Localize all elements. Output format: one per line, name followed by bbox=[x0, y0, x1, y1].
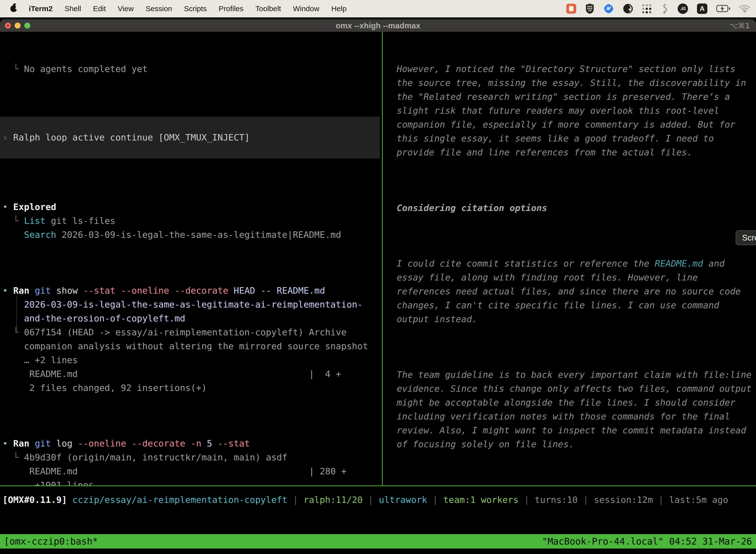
input-source-icon[interactable]: A bbox=[697, 3, 707, 14]
minimize-button[interactable] bbox=[15, 22, 20, 29]
terminal-line: 2026-03-09-is-legal-the-same-as-legitima… bbox=[0, 297, 382, 312]
terminal-line: and-the-erosion-of-copyleft.md bbox=[0, 312, 382, 325]
menu-item-toolbelt[interactable]: Toolbelt bbox=[255, 4, 281, 13]
omx-status-line: [OMX#0.11.9] cczip/essay/ai-reimplementa… bbox=[0, 486, 756, 534]
ralph-loop-banner: › Ralph loop active continue [OMX_TMUX_I… bbox=[0, 117, 380, 159]
terminal-pane-right[interactable]: However, I noticed the "Directory Struct… bbox=[383, 32, 756, 486]
screen-recording-icon[interactable] bbox=[566, 4, 576, 14]
git-log-section: • Ran git log --oneline --decorate -n 5 … bbox=[0, 437, 382, 486]
menu-items: iTerm2ShellEditViewSessionScriptsProfile… bbox=[29, 4, 346, 13]
terminal-line: … +1901 lines bbox=[0, 478, 382, 486]
terminal-line: Considering citation options bbox=[383, 201, 756, 215]
menu-item-shell[interactable]: Shell bbox=[64, 4, 81, 13]
terminal-line: companion analysis without altering the … bbox=[0, 339, 382, 353]
terminal-line: might be acceptable alongside the file l… bbox=[383, 396, 756, 409]
terminal-line: slight risk that future readers may over… bbox=[383, 104, 756, 118]
window-titlebar: omx --xhigh --madmax ⌥⌘1 bbox=[0, 19, 756, 32]
terminal-line: └ 067f154 (HEAD -> essay/ai-reimplementa… bbox=[0, 325, 382, 339]
terminal-line: companion file, especially if more comme… bbox=[383, 118, 756, 131]
close-button[interactable] bbox=[5, 22, 11, 29]
menu-item-profiles[interactable]: Profiles bbox=[218, 4, 243, 13]
terminal-line: • Explored bbox=[0, 200, 382, 214]
terminal-line: However, I noticed the "Directory Struct… bbox=[383, 62, 756, 76]
battery-61-icon[interactable]: ..61 bbox=[678, 3, 688, 14]
menubar-status-icons: ..61 A bbox=[566, 3, 750, 14]
reasoning-paragraph-3: The team guideline is to back every impo… bbox=[383, 368, 756, 451]
menu-item-window[interactable]: Window bbox=[293, 4, 319, 13]
traffic-lights bbox=[5, 22, 30, 29]
terminal-line: └ No agents completed yet bbox=[0, 62, 382, 76]
reasoning-heading: Considering citation options bbox=[383, 201, 756, 215]
terminal-line: • Ran git log --oneline --decorate -n 5 … bbox=[0, 437, 382, 450]
terminal-line: including verification notes with those … bbox=[383, 409, 756, 424]
terminal-line: I could cite commit statistics or refere… bbox=[383, 257, 756, 271]
terminal-line: • Ran git show --stat --oneline --decora… bbox=[0, 284, 382, 297]
terminal-line: Search 2026-03-09-is-legal-the-same-as-l… bbox=[0, 228, 382, 242]
terminal-line: › Ralph loop active continue [OMX_TMUX_I… bbox=[0, 130, 380, 145]
terminal-line: changes, I can't cite specific file line… bbox=[383, 298, 756, 312]
terminal-line: The team guideline is to back every impo… bbox=[383, 368, 756, 382]
terminal-line: provide file and line references from th… bbox=[383, 146, 756, 159]
terminal-line: the source tree, missing the essay. Stil… bbox=[383, 76, 756, 90]
tmux-shortcut-hint: ⌥⌘1 bbox=[730, 21, 750, 30]
apple-menu-icon[interactable] bbox=[10, 5, 17, 12]
terminal-line: 2 files changed, 92 insertions(+) bbox=[0, 381, 382, 395]
kaleidoscope-icon[interactable] bbox=[623, 3, 633, 14]
menu-item-edit[interactable]: Edit bbox=[93, 4, 106, 13]
terminal-line: review. Also, I might want to inspect th… bbox=[383, 424, 756, 437]
screen-recording-inner bbox=[569, 6, 573, 11]
loop-blue-icon[interactable] bbox=[604, 3, 614, 14]
window-bottom-edge bbox=[0, 549, 756, 554]
terminal-pane-left[interactable]: └ No agents completed yet › Ralph loop a… bbox=[0, 32, 382, 486]
screenshot-notification-label: Scre bbox=[742, 233, 756, 242]
terminal-line: README.md | 280 + bbox=[0, 464, 382, 478]
git-show-section: • Ran git show --stat --oneline --decora… bbox=[0, 284, 382, 395]
reasoning-paragraph-2: I could cite commit statistics or refere… bbox=[383, 257, 756, 326]
tmux-session-label: [omx-cczip0:bash* bbox=[4, 536, 98, 547]
menu-item-session[interactable]: Session bbox=[145, 4, 172, 13]
tmux-status-bar: [omx-cczip0:bash* "MacBook-Pro-44.local"… bbox=[0, 534, 756, 549]
terminal-line: └ 4b9d30f (origin/main, instructkr/main,… bbox=[0, 450, 382, 464]
terminal-line: [OMX#0.11.9] cczip/essay/ai-reimplementa… bbox=[0, 493, 756, 507]
menubar: iTerm2ShellEditViewSessionScriptsProfile… bbox=[0, 0, 756, 17]
terminal-panes: └ No agents completed yet › Ralph loop a… bbox=[0, 32, 756, 486]
desktop-gap bbox=[0, 17, 756, 19]
terminal-line: this single essay, it seems like a good … bbox=[383, 131, 756, 146]
tmux-host-clock: "MacBook-Pro-44.local" 04:52 31-Mar-26 bbox=[542, 536, 752, 547]
window-title: omx --xhigh --madmax bbox=[335, 21, 420, 30]
squiggle-icon[interactable] bbox=[660, 3, 669, 14]
reasoning-paragraph-1: However, I noticed the "Directory Struct… bbox=[383, 62, 756, 159]
terminal-line: of focusing solely on file lines. bbox=[383, 437, 756, 451]
terminal-line: README.md | 4 + bbox=[0, 367, 382, 381]
terminal-line: … +2 lines bbox=[0, 353, 382, 367]
menu-item-iterm2[interactable]: iTerm2 bbox=[29, 4, 53, 13]
terminal-line: └ List git ls-files bbox=[0, 214, 382, 228]
terminal-line: references need actual files, and since … bbox=[383, 284, 756, 298]
shield-grid-icon[interactable] bbox=[585, 3, 594, 14]
menu-item-help[interactable]: Help bbox=[331, 4, 347, 13]
agents-summary-line: └ No agents completed yet bbox=[0, 62, 382, 76]
terminal-line: evidence. Since this change only affects… bbox=[383, 382, 756, 396]
terminal-line: the "Related research writing" section i… bbox=[383, 90, 756, 104]
explored-section: • Explored └ List git ls-files Search 20… bbox=[0, 200, 382, 242]
screenshot-notification[interactable]: Scre bbox=[736, 230, 756, 245]
menu-item-view[interactable]: View bbox=[118, 4, 134, 13]
pane-divider[interactable] bbox=[382, 32, 383, 486]
terminal-line: output instead. bbox=[383, 312, 756, 326]
battery-charging-icon[interactable] bbox=[716, 5, 730, 12]
menu-item-scripts[interactable]: Scripts bbox=[184, 4, 207, 13]
terminal-line: essay file, along with finding root file… bbox=[383, 271, 756, 284]
zoom-button[interactable] bbox=[24, 22, 30, 29]
dots-grid-icon[interactable] bbox=[642, 4, 651, 13]
wifi-icon[interactable] bbox=[739, 4, 750, 13]
